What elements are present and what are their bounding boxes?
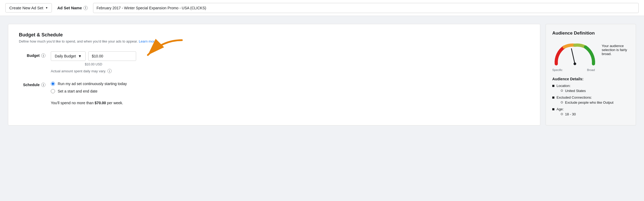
section-description: Define how much you'd like to spend, and…	[19, 39, 529, 43]
audience-details-title: Audience Details:	[552, 77, 629, 81]
budget-type-chevron: ▼	[78, 54, 82, 58]
list-item: Excluded Connections: Exclude people who…	[552, 95, 629, 106]
budget-controls: Daily Budget ▼ $10.00 USD	[51, 51, 136, 73]
budget-row: Budget ℹ Daily Budget ▼	[19, 51, 529, 73]
list-item: Exclude people who like Output	[561, 100, 613, 104]
detail-group-age: Age: 18 - 30	[557, 107, 576, 117]
schedule-row: Schedule ℹ Run my ad set continuously st…	[19, 81, 529, 93]
list-item: Location: United States	[552, 84, 629, 94]
learn-more-link[interactable]: Learn more.	[139, 39, 157, 43]
sub-list-excluded: Exclude people who like Output	[561, 100, 613, 106]
detail-group-location: Location: United States	[557, 84, 586, 94]
budget-amount-input[interactable]	[88, 51, 136, 61]
audience-definition-title: Audience Definition	[552, 31, 629, 36]
list-item: United States	[561, 89, 586, 93]
top-bar: Create New Ad Set ▼ Ad Set Name ℹ	[0, 0, 644, 16]
svg-line-1	[571, 49, 575, 64]
bullet-square-icon	[552, 108, 554, 110]
schedule-radio-start-end[interactable]	[51, 89, 55, 93]
bullet-square-icon	[552, 85, 554, 87]
bullet-square-icon	[552, 97, 554, 99]
schedule-label: Schedule ℹ	[19, 81, 45, 87]
gauge-wrapper: Specific Broad	[552, 41, 597, 72]
schedule-option-continuous[interactable]: Run my ad set continuously starting toda…	[51, 82, 127, 86]
ad-set-name-label: Ad Set Name ℹ	[57, 6, 88, 10]
main-content: Budget & Schedule Define how much you'd …	[0, 16, 644, 133]
budget-type-dropdown[interactable]: Daily Budget ▼	[51, 51, 86, 61]
list-item: 18 - 30	[561, 112, 576, 116]
bullet-circle-icon	[561, 90, 563, 92]
detail-group-excluded: Excluded Connections: Exclude people who…	[557, 95, 613, 106]
gauge-labels: Specific Broad	[552, 68, 595, 72]
schedule-option-start-end[interactable]: Set a start and end date	[51, 89, 127, 93]
audience-definition-panel: Audience Definition	[546, 24, 636, 125]
chevron-down-icon: ▼	[45, 6, 48, 9]
create-button-label: Create New Ad Set	[9, 6, 43, 10]
budget-note: Actual amount spent daily may vary. ℹ	[51, 69, 136, 73]
section-title: Budget & Schedule	[19, 32, 529, 38]
create-new-ad-set-button[interactable]: Create New Ad Set ▼	[5, 3, 52, 12]
bullet-circle-icon	[561, 101, 563, 103]
gauge-specific-label: Specific	[552, 68, 563, 72]
sub-list-location: United States	[561, 89, 586, 94]
gauge-broad-label: Broad	[587, 68, 595, 72]
audience-details-list: Location: United States Excluded Connect…	[552, 84, 629, 117]
budget-usd-label: $10.00 USD	[51, 62, 136, 66]
budget-note-info-icon[interactable]: ℹ	[107, 69, 112, 73]
sub-list-age: 18 - 30	[561, 112, 576, 117]
budget-label: Budget ℹ	[19, 51, 45, 58]
ad-set-name-input[interactable]	[93, 3, 639, 13]
ad-set-name-info-icon[interactable]: ℹ	[83, 6, 88, 10]
gauge-container: Specific Broad Your audience selection i…	[552, 41, 629, 72]
gauge-description: Your audience selection is fairly broad.	[602, 41, 629, 56]
bullet-circle-icon	[561, 113, 563, 115]
weekly-spend-note: You'll spend no more than $70.00 per wee…	[51, 101, 529, 105]
schedule-options: Run my ad set continuously starting toda…	[51, 81, 127, 93]
budget-schedule-panel: Budget & Schedule Define how much you'd …	[8, 24, 540, 125]
svg-point-2	[574, 62, 576, 65]
budget-type-label: Daily Budget	[55, 54, 76, 58]
budget-info-icon[interactable]: ℹ	[41, 53, 45, 58]
schedule-radio-continuous[interactable]	[51, 82, 55, 86]
budget-inputs-row: Daily Budget ▼	[51, 51, 136, 61]
list-item: Age: 18 - 30	[552, 107, 629, 117]
audience-gauge	[552, 41, 597, 66]
schedule-info-icon[interactable]: ℹ	[41, 83, 45, 87]
